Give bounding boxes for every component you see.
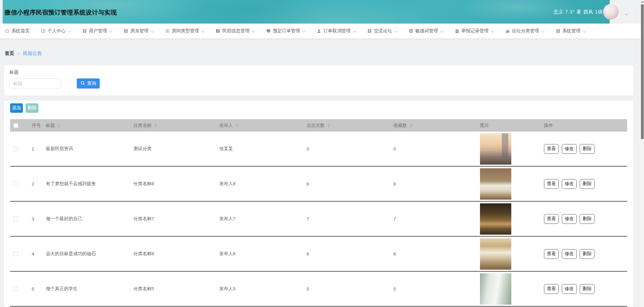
breadcrumb-home[interactable]: 首页 — [5, 50, 14, 57]
chevron-down-icon — [109, 29, 112, 34]
chevron-down-icon — [151, 29, 154, 34]
scrollbar-thumb[interactable] — [641, 4, 644, 139]
clipboard-icon — [455, 29, 459, 33]
query-button[interactable]: 查询 — [77, 78, 100, 89]
column-header-publisher[interactable]: 发布人 — [219, 123, 307, 129]
row-favorites: 6 — [393, 251, 480, 257]
chevron-down-icon — [394, 29, 397, 34]
thumbnail-image — [480, 133, 511, 165]
row-title: 有了梦想就不会感到疲惫 — [46, 181, 133, 187]
chevron-down-icon — [491, 29, 494, 34]
nav-item-system-home[interactable]: 系统首页 — [5, 28, 30, 34]
view-button[interactable]: 查看 — [544, 214, 559, 224]
delete-row-button[interactable]: 删除 — [580, 144, 594, 154]
avatar[interactable] — [603, 4, 619, 20]
add-button[interactable]: 添加 — [10, 103, 23, 113]
view-button[interactable]: 查看 — [544, 144, 559, 154]
breadcrumb-current[interactable]: 民宿公告 — [23, 50, 42, 57]
nav-item-sensitive-word-management[interactable]: 敏感词管理 — [409, 28, 444, 34]
vertical-scrollbar[interactable] — [641, 0, 644, 307]
scrollbar-up-arrow-icon[interactable] — [641, 1, 644, 3]
search-field-label: 标题 — [9, 69, 628, 75]
edit-button[interactable]: 修改 — [562, 249, 577, 259]
nav-item-forum-category-management[interactable]: 论坛分类管理 — [505, 28, 545, 34]
edit-button[interactable]: 修改 — [562, 284, 577, 294]
row-publisher: 张某某 — [219, 146, 307, 152]
nav-item-user-management[interactable]: 用户管理 — [82, 28, 112, 34]
title-search-input[interactable] — [9, 78, 61, 89]
chevron-down-icon — [302, 29, 305, 34]
main-nav: 系统首页 个人中心 用户管理 房东管理 房间类型管理 民宿信息管理 预定订单管理… — [0, 24, 644, 39]
column-header-favorites[interactable]: 收藏数 — [393, 123, 480, 129]
row-clicks: 5 — [307, 286, 393, 292]
row-checkbox[interactable] — [13, 146, 18, 151]
view-button[interactable]: 查看 — [544, 284, 559, 294]
nav-item-room-type-management[interactable]: 房间类型管理 — [165, 28, 204, 34]
column-header-index: 序号 — [32, 123, 46, 129]
row-title: 最新民宿资讯 — [46, 146, 133, 152]
row-index: 3 — [32, 216, 46, 221]
nav-item-personal-center[interactable]: 个人中心 — [41, 28, 71, 34]
chevron-down-icon[interactable] — [624, 11, 629, 17]
sort-icon[interactable] — [236, 124, 238, 128]
table-header-row: 序号 标题 分类名称 发布人 点击次数 收藏数 图片 操作 — [10, 119, 627, 132]
select-all-checkbox[interactable] — [13, 123, 18, 128]
delete-row-button[interactable]: 删除 — [580, 284, 594, 294]
thumbnail-image — [480, 238, 511, 270]
row-title: 远大的目标是成功的磁石 — [46, 251, 133, 257]
row-category: 分类名称5 — [133, 286, 219, 292]
monitor-icon — [266, 29, 271, 33]
row-checkbox[interactable] — [13, 251, 18, 256]
nav-item-forum[interactable]: 交流论坛 — [367, 28, 397, 34]
nav-item-landlord-management[interactable]: 房东管理 — [124, 28, 154, 34]
column-header-title[interactable]: 标题 — [46, 123, 133, 129]
sort-icon[interactable] — [58, 124, 60, 128]
nav-item-order-cancel-management[interactable]: 订单取消管理 — [317, 28, 356, 34]
nav-item-booking-order-management[interactable]: 预定订单管理 — [266, 28, 305, 34]
row-favorites: 7 — [393, 216, 480, 221]
chart-icon — [505, 29, 510, 33]
edit-button[interactable]: 修改 — [562, 214, 577, 224]
nav-item-homestay-info-management[interactable]: 民宿信息管理 — [216, 28, 255, 34]
nav-item-report-record-management[interactable]: 举报记录管理 — [455, 28, 494, 34]
row-category: 分类名称6 — [133, 251, 219, 257]
row-clicks: 8 — [307, 181, 393, 186]
table-row: 2 有了梦想就不会感到疲惫 分类名称8 发布人8 8 8 查看 修改 删除 — [10, 167, 627, 202]
edit-button[interactable]: 修改 — [562, 179, 577, 189]
grid-icon — [124, 29, 128, 33]
delete-row-button[interactable]: 删除 — [580, 179, 594, 189]
row-favorites: 5 — [393, 286, 480, 292]
grid-icon — [367, 29, 372, 33]
delete-row-button[interactable]: 删除 — [580, 214, 594, 224]
nav-item-system-management[interactable]: 系统管理 — [556, 28, 586, 34]
announcement-table: 序号 标题 分类名称 发布人 点击次数 收藏数 图片 操作 — [10, 119, 627, 307]
page-title: 微信小程序民宿预订管理系统设计与实现 — [5, 8, 117, 16]
view-button[interactable]: 查看 — [544, 249, 559, 259]
row-publisher: 发布人6 — [219, 251, 307, 257]
column-header-image: 图片 — [480, 123, 544, 129]
list-icon — [165, 29, 170, 33]
column-header-clicks[interactable]: 点击次数 — [307, 123, 393, 129]
thumbnail-image — [480, 203, 511, 235]
view-button[interactable]: 查看 — [544, 179, 559, 189]
row-category: 分类名称8 — [133, 181, 219, 187]
chevron-down-icon — [68, 29, 71, 34]
row-favorites: 0 — [393, 146, 480, 151]
chevron-down-icon — [583, 29, 586, 34]
row-publisher: 发布人5 — [219, 286, 307, 292]
sort-icon[interactable] — [410, 124, 413, 128]
sort-icon[interactable] — [154, 124, 157, 128]
row-checkbox[interactable] — [13, 181, 18, 186]
row-index: 1 — [32, 146, 46, 151]
table-panel: 添加 删除 序号 标题 分类名称 发布人 点击次数 收 — [4, 101, 633, 307]
row-checkbox[interactable] — [13, 216, 18, 221]
row-title: 做个真正的学生 — [46, 286, 133, 292]
row-index: 2 — [32, 181, 46, 186]
edit-button[interactable]: 修改 — [562, 144, 577, 154]
sort-icon[interactable] — [327, 124, 330, 128]
delete-row-button[interactable]: 删除 — [580, 249, 594, 259]
row-checkbox[interactable] — [13, 286, 18, 291]
column-header-category[interactable]: 分类名称 — [133, 123, 219, 129]
delete-button[interactable]: 删除 — [26, 103, 38, 113]
column-header-actions: 操作 — [544, 123, 627, 129]
